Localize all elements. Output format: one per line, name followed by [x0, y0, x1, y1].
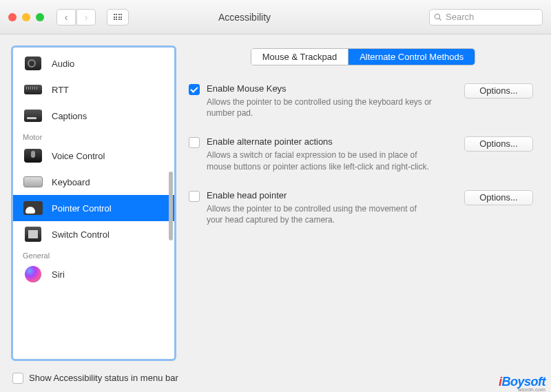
- row-text: Enable alternate pointer actions Allows …: [207, 136, 457, 172]
- sidebar-item-label: Pointer Control: [52, 203, 112, 214]
- watermark-url: wsxdn.com: [518, 386, 545, 392]
- main-panel: Mouse & Trackpad Alternate Control Metho…: [186, 45, 540, 361]
- tab-bar: Mouse & Trackpad Alternate Control Metho…: [186, 48, 540, 65]
- titlebar: ‹ › Accessibility Search: [0, 0, 551, 34]
- setting-row-head-pointer: Enable head pointer Allows the pointer t…: [189, 190, 533, 225]
- sidebar-item-captions[interactable]: Captions: [13, 103, 174, 129]
- search-placeholder: Search: [446, 12, 474, 22]
- keyboard-icon: [23, 176, 43, 187]
- zoom-icon[interactable]: [36, 13, 44, 21]
- sidebar: Audio RTT Captions Motor Voice Control K…: [11, 45, 176, 361]
- row-description: Allows a switch or facial expression to …: [207, 149, 434, 172]
- window-title: Accessibility: [67, 12, 422, 23]
- minimize-icon[interactable]: [22, 13, 30, 21]
- sidebar-item-audio[interactable]: Audio: [13, 50, 174, 76]
- sidebar-category: General: [13, 247, 174, 261]
- row-text: Enable Mouse Keys Allows the pointer to …: [207, 83, 457, 118]
- sidebar-item-switch-control[interactable]: Switch Control: [13, 221, 174, 247]
- sidebar-item-keyboard[interactable]: Keyboard: [13, 169, 174, 195]
- options-button[interactable]: Options...: [464, 190, 533, 205]
- window: ‹ › Accessibility Search Audio RTT Capti…: [0, 0, 551, 392]
- sidebar-item-label: Captions: [52, 111, 87, 121]
- sidebar-item-label: RTT: [52, 85, 69, 95]
- sidebar-category: Motor: [13, 129, 174, 143]
- body: Audio RTT Captions Motor Voice Control K…: [0, 34, 551, 372]
- row-description: Allows the pointer to be controlled usin…: [207, 96, 434, 118]
- checkbox-mouse-keys[interactable]: [189, 84, 200, 95]
- row-description: Allows the pointer to be controlled usin…: [207, 203, 434, 225]
- sidebar-item-siri[interactable]: Siri: [13, 261, 174, 287]
- sidebar-list[interactable]: Audio RTT Captions Motor Voice Control K…: [13, 48, 174, 359]
- close-icon[interactable]: [8, 13, 17, 21]
- checkbox-head-pointer[interactable]: [189, 191, 200, 202]
- row-title: Enable head pointer: [207, 190, 457, 200]
- voice-control-icon: [24, 149, 42, 163]
- row-title: Enable Mouse Keys: [207, 83, 457, 94]
- sidebar-item-pointer-control[interactable]: Pointer Control: [13, 195, 174, 221]
- checkbox-show-status[interactable]: [12, 373, 23, 384]
- sidebar-item-rtt[interactable]: RTT: [13, 76, 174, 103]
- sidebar-item-label: Voice Control: [52, 151, 105, 161]
- tab-segment: Mouse & Trackpad Alternate Control Metho…: [251, 48, 475, 65]
- footer: Show Accessibility status in menu bar: [0, 372, 551, 392]
- row-title: Enable alternate pointer actions: [207, 136, 457, 147]
- sidebar-item-label: Siri: [52, 269, 65, 280]
- options-button[interactable]: Options...: [464, 83, 533, 99]
- options-button[interactable]: Options...: [464, 136, 533, 152]
- footer-label: Show Accessibility status in menu bar: [29, 373, 178, 383]
- search-input[interactable]: Search: [429, 9, 543, 25]
- sidebar-item-label: Keyboard: [52, 177, 90, 187]
- audio-icon: [25, 56, 41, 70]
- tab-mouse-trackpad[interactable]: Mouse & Trackpad: [251, 49, 348, 65]
- sidebar-item-voice-control[interactable]: Voice Control: [13, 143, 174, 169]
- row-text: Enable head pointer Allows the pointer t…: [207, 190, 457, 225]
- captions-icon: [24, 110, 42, 122]
- setting-row-mouse-keys: Enable Mouse Keys Allows the pointer to …: [189, 83, 533, 118]
- pointer-control-icon: [23, 201, 43, 215]
- siri-icon: [25, 266, 41, 282]
- checkbox-alternate-pointer[interactable]: [189, 137, 200, 148]
- setting-row-alternate-pointer: Enable alternate pointer actions Allows …: [189, 136, 533, 172]
- tab-alternate-control[interactable]: Alternate Control Methods: [348, 49, 475, 65]
- switch-control-icon: [25, 227, 41, 242]
- search-icon: [434, 13, 442, 21]
- settings-list: Enable Mouse Keys Allows the pointer to …: [186, 65, 540, 225]
- traffic-lights: [8, 13, 44, 21]
- sidebar-item-label: Audio: [52, 59, 74, 69]
- scrollbar[interactable]: [169, 172, 173, 240]
- sidebar-item-label: Switch Control: [52, 229, 110, 240]
- rtt-icon: [24, 85, 42, 94]
